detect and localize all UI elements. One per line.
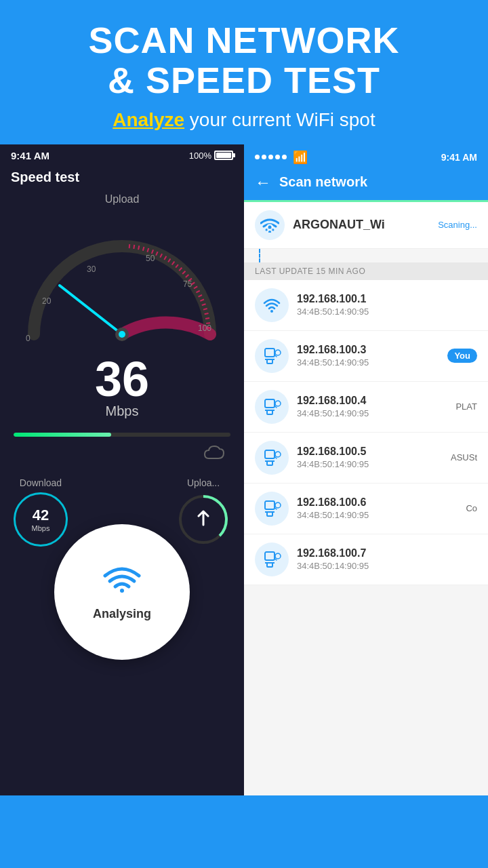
last-update-bar: LAST UPDATE 15 MIN AGO [244,262,488,280]
device-icon-wrap [255,339,289,373]
right-phone: 📶 9:41 AM ← Scan network [244,144,488,795]
computer-icon [262,551,282,568]
device-mac: 34:4B:50:14:90:95 [297,357,439,368]
device-ip: 192.168.100.4 [297,395,447,407]
progress-bar [14,433,230,437]
svg-rect-21 [265,399,274,408]
device-info: 192.168.100.5 34:4B:50:14:90:95 [297,446,443,469]
device-item[interactable]: 192.168.100.1 34:4B:50:14:90:95 [244,280,488,331]
download-label: Download [14,477,68,488]
network-info-bar: ARGONAUT_Wi Scaning... [244,202,488,249]
progress-bar-bg [14,433,230,437]
svg-point-11 [120,589,124,593]
device-info: 192.168.100.7 34:4B:50:14:90:95 [297,547,477,571]
signal-dot-4 [275,155,280,159]
svg-line-6 [60,285,122,334]
computer-icon [262,500,282,517]
svg-text:30: 30 [87,264,96,274]
nav-title: Scan network [279,174,367,190]
device-item[interactable]: 192.168.100.6 34:4B:50:14:90:95 Co [244,484,488,534]
device-info: 192.168.100.6 34:4B:50:14:90:95 [297,496,458,520]
network-name: ARGONAUT_Wi [293,218,385,232]
device-name: PLAT [455,401,477,412]
device-info: 192.168.100.1 34:4B:50:14:90:95 [297,293,477,317]
svg-point-29 [275,452,281,457]
scanning-label: Scaning... [393,220,477,230]
right-status-bar: 📶 9:41 AM [244,144,488,167]
cloud-icon-area [0,443,244,464]
upload-arrow-icon [193,508,214,528]
svg-rect-36 [265,552,274,560]
svg-text:0: 0 [26,334,30,343]
svg-rect-16 [265,349,274,357]
device-mac: 34:4B:50:14:90:95 [297,510,458,520]
speed-unit: Mbps [0,403,244,419]
download-unit: Mbps [32,524,50,532]
svg-line-35 [275,508,277,509]
speed-test-title: Speed test [0,164,244,191]
svg-text:50: 50 [146,254,155,263]
svg-point-34 [275,502,281,508]
left-time: 9:41 AM [11,150,49,161]
device-ip: 192.168.100.1 [297,293,477,305]
speed-value: 36 Mbps [0,355,244,419]
speed-number: 36 [0,355,244,403]
wifi-signal-icon: 📶 [293,150,308,165]
svg-line-40 [275,559,277,560]
device-icon-wrap [255,492,289,526]
you-badge: You [447,349,477,363]
device-list: 192.168.100.1 34:4B:50:14:90:95 192.168.… [244,280,488,585]
svg-point-12 [268,231,271,233]
svg-text:20: 20 [42,296,52,306]
svg-point-14 [268,225,272,229]
svg-point-8 [119,331,125,338]
svg-text:75: 75 [183,279,192,289]
header-title: SCAN NETWORK & SPEED TEST [14,20,474,101]
svg-rect-26 [265,450,274,458]
phones-container: 9:41 AM 100% Speed test Upload 0 20 [0,144,488,795]
computer-icon [262,449,282,467]
wifi-analysing-icon [102,562,142,600]
signal-dot-2 [262,155,266,159]
device-mac: 34:4B:50:14:90:95 [297,459,443,469]
device-item[interactable]: 192.168.100.3 34:4B:50:14:90:95 You [244,331,488,382]
progress-bar-fill [14,433,111,437]
device-icon-wrap [255,288,289,322]
download-stat: Download 42 Mbps [14,477,68,547]
svg-line-20 [275,355,277,357]
analysing-text: Analysing [93,607,151,621]
subtitle-highlight: Analyze [113,109,184,130]
back-button[interactable]: ← [255,173,271,192]
device-ip: 192.168.100.6 [297,496,458,509]
device-info: 192.168.100.4 34:4B:50:14:90:95 [297,395,447,418]
device-icon-wrap [255,542,289,576]
header-section: SCAN NETWORK & SPEED TEST Analyze your c… [0,0,488,144]
upload-stat: Uploa... [176,477,230,547]
battery-indicator: 100% [189,151,233,161]
analysing-bubble: Analysing [54,524,190,660]
computer-icon [262,347,282,365]
svg-point-15 [270,310,273,313]
speedometer: 0 20 30 50 75 100 [14,212,230,361]
svg-rect-31 [265,501,274,509]
upload-label: Upload [0,193,244,205]
dotted-connector [259,249,488,262]
signal-dot-5 [282,155,287,159]
device-item[interactable]: 192.168.100.7 34:4B:50:14:90:95 [244,534,488,585]
cloud-icon [203,443,230,464]
device-info: 192.168.100.3 34:4B:50:14:90:95 [297,344,439,368]
device-mac: 34:4B:50:14:90:95 [297,307,477,317]
device-name: Co [466,503,477,513]
left-status-bar: 9:41 AM 100% [0,144,244,164]
svg-point-24 [275,401,281,406]
computer-icon [262,398,282,416]
signal-dot-1 [255,155,260,159]
battery-fill [216,153,231,158]
device-item[interactable]: 192.168.100.4 34:4B:50:14:90:95 PLAT [244,382,488,433]
device-item[interactable]: 192.168.100.5 34:4B:50:14:90:95 ASUSt [244,433,488,484]
signal-dot-3 [268,155,273,159]
right-nav-bar[interactable]: ← Scan network [244,167,488,200]
svg-line-30 [275,457,277,458]
device-mac: 34:4B:50:14:90:95 [297,561,477,571]
device-icon-wrap [255,390,289,424]
